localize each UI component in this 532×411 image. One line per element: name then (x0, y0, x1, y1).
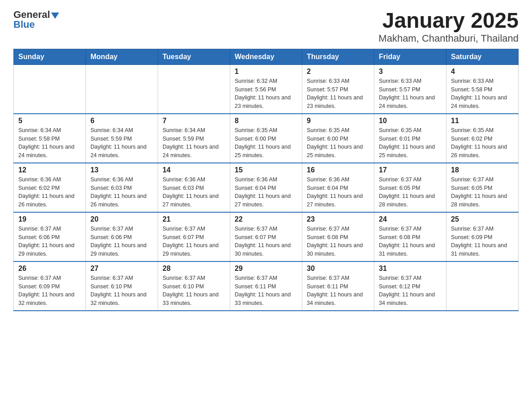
day-info: Sunrise: 6:36 AMSunset: 6:03 PMDaylight:… (163, 176, 225, 209)
day-info: Sunrise: 6:36 AMSunset: 6:04 PMDaylight:… (235, 176, 297, 209)
day-number: 9 (307, 117, 369, 125)
day-number: 30 (307, 265, 369, 273)
calendar-week-row: 26Sunrise: 6:37 AMSunset: 6:09 PMDayligh… (14, 261, 519, 311)
day-info: Sunrise: 6:37 AMSunset: 6:07 PMDaylight:… (235, 225, 297, 258)
calendar-day-cell: 24Sunrise: 6:37 AMSunset: 6:08 PMDayligh… (374, 212, 446, 261)
day-info: Sunrise: 6:37 AMSunset: 6:11 PMDaylight:… (235, 274, 297, 308)
calendar-day-cell: 6Sunrise: 6:34 AMSunset: 5:59 PMDaylight… (86, 114, 158, 163)
day-info: Sunrise: 6:37 AMSunset: 6:08 PMDaylight:… (379, 225, 442, 258)
day-number: 23 (307, 215, 369, 223)
calendar-day-cell: 9Sunrise: 6:35 AMSunset: 6:00 PMDaylight… (302, 114, 374, 163)
calendar-day-cell: 26Sunrise: 6:37 AMSunset: 6:09 PMDayligh… (14, 261, 86, 311)
day-number: 22 (235, 215, 297, 223)
calendar-weekday-header: Saturday (446, 49, 519, 64)
page-header: General Blue January 2025 Makham, Chanth… (13, 9, 519, 44)
day-number: 17 (379, 166, 442, 174)
day-number: 3 (379, 68, 442, 76)
logo: General Blue (13, 9, 59, 30)
day-number: 15 (235, 166, 297, 174)
day-info: Sunrise: 6:37 AMSunset: 6:05 PMDaylight:… (379, 176, 442, 209)
day-info: Sunrise: 6:37 AMSunset: 6:08 PMDaylight:… (307, 225, 369, 258)
day-number: 13 (90, 166, 153, 174)
calendar-day-cell: 11Sunrise: 6:35 AMSunset: 6:02 PMDayligh… (446, 114, 519, 163)
day-info: Sunrise: 6:37 AMSunset: 6:05 PMDaylight:… (451, 176, 514, 209)
day-number: 24 (379, 215, 442, 223)
day-info: Sunrise: 6:37 AMSunset: 6:06 PMDaylight:… (18, 225, 81, 258)
calendar-day-cell: 8Sunrise: 6:35 AMSunset: 6:00 PMDaylight… (230, 114, 302, 163)
calendar-table: SundayMondayTuesdayWednesdayThursdayFrid… (13, 49, 519, 311)
day-number: 8 (235, 117, 297, 125)
calendar-weekday-header: Tuesday (158, 49, 230, 64)
calendar-day-cell: 1Sunrise: 6:32 AMSunset: 5:56 PMDaylight… (230, 64, 302, 114)
day-number: 18 (451, 166, 514, 174)
calendar-day-cell: 20Sunrise: 6:37 AMSunset: 6:06 PMDayligh… (86, 212, 158, 261)
calendar-day-cell: 12Sunrise: 6:36 AMSunset: 6:02 PMDayligh… (14, 163, 86, 212)
calendar-weekday-header: Monday (86, 49, 158, 64)
day-number: 11 (451, 117, 514, 125)
day-number: 5 (18, 117, 81, 125)
calendar-weekday-header: Sunday (14, 49, 86, 64)
calendar-day-cell: 25Sunrise: 6:37 AMSunset: 6:09 PMDayligh… (446, 212, 519, 261)
calendar-week-row: 5Sunrise: 6:34 AMSunset: 5:58 PMDaylight… (14, 114, 519, 163)
calendar-day-cell (14, 64, 86, 114)
calendar-week-row: 12Sunrise: 6:36 AMSunset: 6:02 PMDayligh… (14, 163, 519, 212)
calendar-weekday-header: Wednesday (230, 49, 302, 64)
calendar-day-cell: 29Sunrise: 6:37 AMSunset: 6:11 PMDayligh… (230, 261, 302, 311)
calendar-day-cell: 28Sunrise: 6:37 AMSunset: 6:10 PMDayligh… (158, 261, 230, 311)
calendar-week-row: 1Sunrise: 6:32 AMSunset: 5:56 PMDaylight… (14, 64, 519, 114)
day-number: 10 (379, 117, 442, 125)
calendar-day-cell: 23Sunrise: 6:37 AMSunset: 6:08 PMDayligh… (302, 212, 374, 261)
calendar-day-cell: 19Sunrise: 6:37 AMSunset: 6:06 PMDayligh… (14, 212, 86, 261)
day-number: 27 (90, 265, 153, 273)
calendar-day-cell: 14Sunrise: 6:36 AMSunset: 6:03 PMDayligh… (158, 163, 230, 212)
day-number: 2 (307, 68, 369, 76)
day-number: 1 (235, 68, 297, 76)
day-number: 7 (163, 117, 225, 125)
day-info: Sunrise: 6:34 AMSunset: 5:58 PMDaylight:… (18, 126, 81, 160)
calendar-day-cell: 13Sunrise: 6:36 AMSunset: 6:03 PMDayligh… (86, 163, 158, 212)
day-info: Sunrise: 6:35 AMSunset: 6:02 PMDaylight:… (451, 126, 514, 160)
calendar-day-cell (446, 261, 519, 311)
calendar-title: January 2025 (378, 9, 519, 33)
calendar-day-cell: 17Sunrise: 6:37 AMSunset: 6:05 PMDayligh… (374, 163, 446, 212)
logo-blue-text: Blue (13, 19, 35, 30)
day-number: 6 (90, 117, 153, 125)
day-info: Sunrise: 6:33 AMSunset: 5:57 PMDaylight:… (379, 77, 442, 111)
day-number: 21 (163, 215, 225, 223)
day-info: Sunrise: 6:36 AMSunset: 6:02 PMDaylight:… (18, 176, 81, 209)
calendar-day-cell: 5Sunrise: 6:34 AMSunset: 5:58 PMDaylight… (14, 114, 86, 163)
day-number: 28 (163, 265, 225, 273)
day-number: 25 (451, 215, 514, 223)
calendar-header-row: SundayMondayTuesdayWednesdayThursdayFrid… (14, 49, 519, 64)
day-number: 4 (451, 68, 514, 76)
day-number: 29 (235, 265, 297, 273)
calendar-day-cell: 27Sunrise: 6:37 AMSunset: 6:10 PMDayligh… (86, 261, 158, 311)
day-info: Sunrise: 6:32 AMSunset: 5:56 PMDaylight:… (235, 77, 297, 111)
calendar-day-cell: 16Sunrise: 6:36 AMSunset: 6:04 PMDayligh… (302, 163, 374, 212)
day-info: Sunrise: 6:34 AMSunset: 5:59 PMDaylight:… (163, 126, 225, 160)
title-block: January 2025 Makham, Chanthaburi, Thaila… (378, 9, 519, 44)
calendar-day-cell: 31Sunrise: 6:37 AMSunset: 6:12 PMDayligh… (374, 261, 446, 311)
calendar-day-cell: 30Sunrise: 6:37 AMSunset: 6:11 PMDayligh… (302, 261, 374, 311)
day-number: 19 (18, 215, 81, 223)
day-number: 14 (163, 166, 225, 174)
calendar-day-cell: 3Sunrise: 6:33 AMSunset: 5:57 PMDaylight… (374, 64, 446, 114)
day-info: Sunrise: 6:37 AMSunset: 6:07 PMDaylight:… (163, 225, 225, 258)
calendar-day-cell: 18Sunrise: 6:37 AMSunset: 6:05 PMDayligh… (446, 163, 519, 212)
calendar-day-cell (158, 64, 230, 114)
logo-triangle-icon (51, 13, 59, 19)
day-info: Sunrise: 6:37 AMSunset: 6:12 PMDaylight:… (379, 274, 442, 308)
day-info: Sunrise: 6:36 AMSunset: 6:04 PMDaylight:… (307, 176, 369, 209)
day-info: Sunrise: 6:37 AMSunset: 6:10 PMDaylight:… (90, 274, 153, 308)
day-info: Sunrise: 6:34 AMSunset: 5:59 PMDaylight:… (90, 126, 153, 160)
day-info: Sunrise: 6:37 AMSunset: 6:10 PMDaylight:… (163, 274, 225, 308)
calendar-day-cell: 4Sunrise: 6:33 AMSunset: 5:58 PMDaylight… (446, 64, 519, 114)
day-info: Sunrise: 6:37 AMSunset: 6:11 PMDaylight:… (307, 274, 369, 308)
calendar-subtitle: Makham, Chanthaburi, Thailand (378, 33, 519, 44)
day-info: Sunrise: 6:35 AMSunset: 6:01 PMDaylight:… (379, 126, 442, 160)
day-info: Sunrise: 6:33 AMSunset: 5:57 PMDaylight:… (307, 77, 369, 111)
day-info: Sunrise: 6:35 AMSunset: 6:00 PMDaylight:… (307, 126, 369, 160)
day-info: Sunrise: 6:37 AMSunset: 6:06 PMDaylight:… (90, 225, 153, 258)
day-info: Sunrise: 6:36 AMSunset: 6:03 PMDaylight:… (90, 176, 153, 209)
calendar-day-cell: 15Sunrise: 6:36 AMSunset: 6:04 PMDayligh… (230, 163, 302, 212)
